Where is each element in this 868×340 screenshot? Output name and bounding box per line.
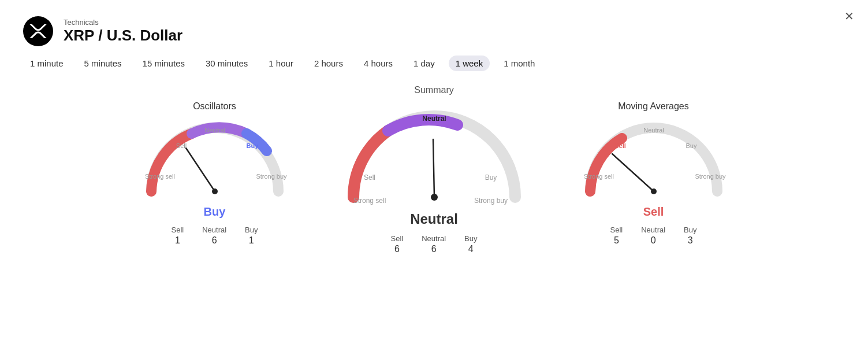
sum-sell-label: Sell bbox=[390, 234, 403, 243]
osc-sell-value: 1 bbox=[175, 235, 180, 246]
osc-neutral-value: 6 bbox=[212, 235, 217, 246]
oscillators-gauge: Strong sell Sell Neutral Buy Strong buy bbox=[140, 116, 290, 203]
summary-counts: Sell 6 Neutral 6 Buy 4 bbox=[390, 234, 477, 254]
svg-text:Sell: Sell bbox=[176, 142, 186, 149]
moving-averages-title: Moving Averages bbox=[618, 101, 688, 112]
timeframe-4-hours[interactable]: 4 hours bbox=[357, 56, 400, 71]
summary-section: Sell Buy Strong sell Strong buy Neutral … bbox=[336, 101, 532, 254]
summary-gauge: Sell Buy Strong sell Strong buy Neutral bbox=[342, 110, 527, 209]
header-text: Technicals XRP / U.S. Dollar bbox=[64, 18, 182, 45]
svg-text:Sell: Sell bbox=[363, 173, 375, 182]
oscillators-title: Oscillators bbox=[193, 101, 236, 112]
sum-buy-label: Buy bbox=[464, 234, 477, 243]
timeframe-2-hours[interactable]: 2 hours bbox=[307, 56, 350, 71]
osc-buy-label: Buy bbox=[245, 226, 258, 234]
osc-sell-label: Sell bbox=[171, 226, 184, 234]
timeframe-1-month[interactable]: 1 month bbox=[497, 56, 542, 71]
timeframe-1-day[interactable]: 1 day bbox=[407, 56, 442, 71]
page-title: XRP / U.S. Dollar bbox=[64, 27, 182, 45]
summary-buy-count: Buy 4 bbox=[464, 234, 477, 254]
svg-text:Buy: Buy bbox=[485, 173, 497, 182]
ma-sell-label: Sell bbox=[610, 226, 623, 234]
svg-point-2 bbox=[212, 189, 218, 194]
ma-buy-value: 3 bbox=[688, 235, 693, 246]
timeframe-1-week[interactable]: 1 week bbox=[449, 56, 490, 71]
gauges-row: Oscillators Strong s bbox=[23, 101, 845, 254]
timeframes-bar: 1 minute5 minutes15 minutes30 minutes1 h… bbox=[0, 56, 868, 80]
timeframe-1-minute[interactable]: 1 minute bbox=[23, 56, 70, 71]
moving-averages-counts: Sell 5 Neutral 0 Buy 3 bbox=[610, 226, 696, 246]
timeframe-1-hour[interactable]: 1 hour bbox=[262, 56, 300, 71]
summary-result: Neutral bbox=[410, 211, 458, 227]
subtitle: Technicals bbox=[64, 18, 182, 27]
ma-neutral-count: Neutral 0 bbox=[641, 226, 665, 246]
svg-line-1 bbox=[186, 148, 215, 191]
timeframe-5-minutes[interactable]: 5 minutes bbox=[77, 56, 129, 71]
ma-buy-count: Buy 3 bbox=[684, 226, 696, 246]
svg-text:Sell: Sell bbox=[614, 142, 626, 149]
svg-text:Neutral: Neutral bbox=[422, 114, 446, 123]
oscillators-sell-count: Sell 1 bbox=[171, 226, 184, 246]
oscillators-neutral-count: Neutral 6 bbox=[202, 226, 226, 246]
moving-averages-gauge: Strong sell Sell Neutral Buy Strong buy bbox=[579, 116, 729, 203]
summary-neutral-count: Neutral 6 bbox=[422, 234, 446, 254]
svg-text:Buy: Buy bbox=[686, 142, 696, 149]
ma-sell-count: Sell 5 bbox=[610, 226, 623, 246]
svg-point-9 bbox=[431, 194, 438, 201]
summary-sell-count: Sell 6 bbox=[390, 234, 403, 254]
content-area: Summary Oscillators bbox=[0, 80, 868, 254]
sum-neutral-label: Neutral bbox=[422, 234, 446, 243]
sum-sell-value: 6 bbox=[394, 244, 400, 254]
close-button[interactable]: ✕ bbox=[844, 10, 854, 22]
timeframe-15-minutes[interactable]: 15 minutes bbox=[136, 56, 192, 71]
svg-text:Strong buy: Strong buy bbox=[474, 197, 507, 205]
svg-line-8 bbox=[433, 139, 434, 197]
sum-buy-value: 4 bbox=[468, 244, 474, 254]
xrp-logo bbox=[23, 16, 53, 46]
ma-sell-value: 5 bbox=[614, 235, 619, 246]
svg-point-0 bbox=[23, 16, 53, 46]
svg-text:Strong sell: Strong sell bbox=[584, 173, 614, 180]
osc-buy-value: 1 bbox=[249, 235, 254, 246]
sum-neutral-value: 6 bbox=[431, 244, 437, 254]
oscillators-section: Oscillators Strong s bbox=[128, 101, 301, 246]
timeframe-30-minutes[interactable]: 30 minutes bbox=[199, 56, 255, 71]
svg-text:Strong sell: Strong sell bbox=[145, 173, 175, 180]
svg-text:Neutral: Neutral bbox=[643, 127, 664, 134]
svg-text:Strong buy: Strong buy bbox=[695, 173, 726, 180]
oscillators-result: Buy bbox=[204, 205, 226, 219]
oscillators-counts: Sell 1 Neutral 6 Buy 1 bbox=[171, 226, 258, 246]
summary-label: Summary bbox=[414, 85, 453, 95]
moving-averages-result: Sell bbox=[643, 205, 664, 219]
ma-neutral-value: 0 bbox=[651, 235, 656, 246]
svg-text:Strong buy: Strong buy bbox=[256, 173, 287, 180]
svg-text:Buy: Buy bbox=[246, 142, 259, 149]
oscillators-buy-count: Buy 1 bbox=[245, 226, 258, 246]
moving-averages-section: Moving Averages Strong sell Sell Neutral… bbox=[567, 101, 740, 246]
osc-neutral-label: Neutral bbox=[202, 226, 226, 234]
svg-point-16 bbox=[651, 189, 657, 194]
ma-neutral-label: Neutral bbox=[641, 226, 665, 234]
header: Technicals XRP / U.S. Dollar bbox=[0, 0, 868, 56]
svg-text:Neutral: Neutral bbox=[204, 127, 225, 134]
svg-line-15 bbox=[612, 154, 654, 191]
svg-text:Strong sell: Strong sell bbox=[353, 197, 386, 205]
ma-buy-label: Buy bbox=[684, 226, 696, 234]
